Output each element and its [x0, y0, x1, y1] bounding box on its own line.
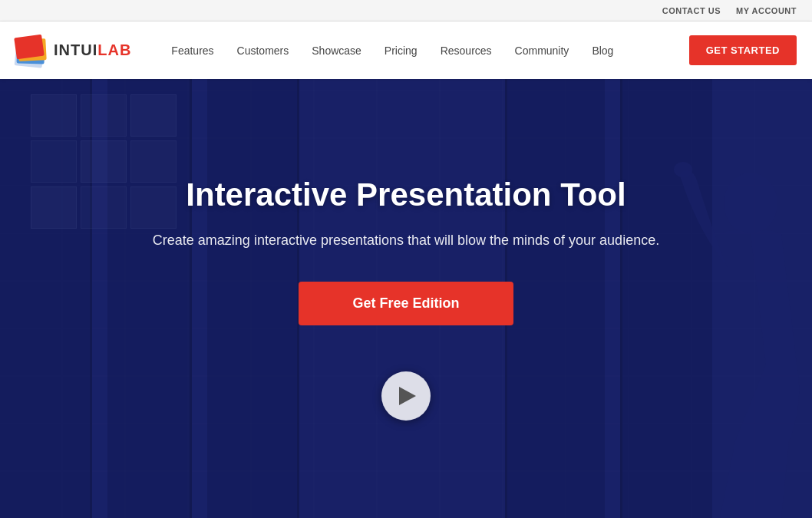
get-free-edition-button[interactable]: Get Free Edition [299, 282, 513, 325]
nav-item-features[interactable]: Features [162, 38, 223, 63]
contact-us-link[interactable]: CONTACT US [662, 6, 721, 15]
play-button-container[interactable] [381, 371, 431, 421]
nav-item-showcase[interactable]: Showcase [302, 38, 371, 63]
utility-bar: CONTACT US MY ACCOUNT [0, 0, 812, 21]
logo-icon [15, 36, 51, 65]
play-circle[interactable] [381, 371, 431, 421]
hero-content: Interactive Presentation Tool Create ama… [107, 177, 705, 364]
logo-lab: LAB [97, 41, 131, 58]
navbar: INTUILAB Features Customers Showcase Pri… [0, 21, 812, 79]
logo-layer-1 [14, 34, 45, 59]
nav-item-resources[interactable]: Resources [431, 38, 501, 63]
logo-text: INTUILAB [54, 41, 131, 59]
get-started-button[interactable]: GET STARTED [689, 35, 797, 65]
nav-item-community[interactable]: Community [506, 38, 579, 63]
nav-links: Features Customers Showcase Pricing Reso… [162, 38, 688, 63]
logo[interactable]: INTUILAB [15, 36, 131, 65]
my-account-link[interactable]: MY ACCOUNT [736, 6, 797, 15]
hero-subtitle: Create amazing interactive presentations… [153, 230, 659, 251]
hero-title: Interactive Presentation Tool [153, 177, 659, 213]
nav-item-pricing[interactable]: Pricing [375, 38, 427, 63]
play-icon [399, 387, 416, 405]
hero-section: Interactive Presentation Tool Create ama… [0, 79, 812, 518]
logo-intui: INTUI [54, 41, 97, 58]
nav-item-blog[interactable]: Blog [583, 38, 622, 63]
nav-item-customers[interactable]: Customers [228, 38, 299, 63]
